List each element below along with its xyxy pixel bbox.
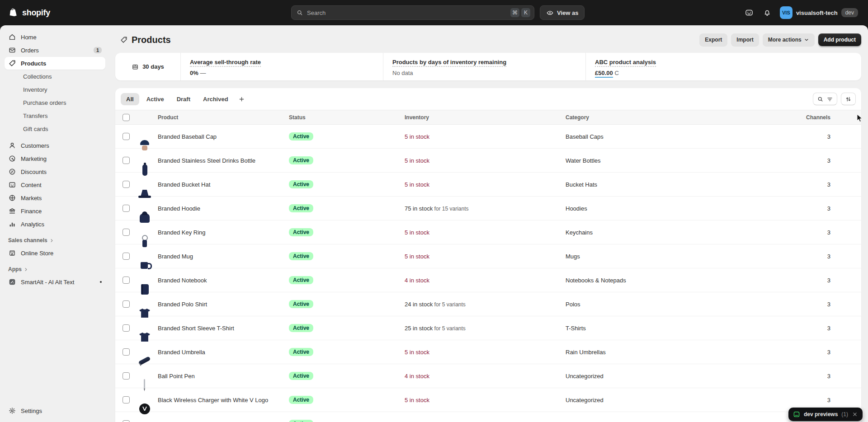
add-view-button[interactable] [236, 93, 248, 105]
channels-count: 3 [801, 373, 861, 380]
sidebar-item-settings[interactable]: Settings [5, 404, 105, 417]
select-all-checkbox[interactable] [123, 114, 130, 121]
sidebar-item-marketing[interactable]: Marketing [5, 152, 105, 165]
table-row[interactable]: Branded Key Ring Active 5 in stock Keych… [115, 220, 861, 244]
table-row[interactable]: Branded Hoodie Active 75 in stock for 15… [115, 197, 861, 220]
search-filter-button[interactable] [813, 93, 837, 105]
product-name[interactable]: Ball Point Pen [158, 373, 289, 380]
sidebar-item-discounts[interactable]: Discounts [5, 165, 105, 178]
sidebar-item-home[interactable]: Home [5, 31, 105, 43]
toast-close-icon[interactable] [852, 411, 858, 417]
row-checkbox[interactable] [123, 205, 130, 212]
row-checkbox[interactable] [123, 253, 130, 260]
account-menu[interactable]: VIS visualsoft-tech dev [778, 5, 862, 21]
table-row[interactable]: Branded Polo Shirt Active 24 in stock fo… [115, 292, 861, 316]
search-input[interactable] [307, 9, 509, 16]
orders-icon [8, 46, 16, 54]
row-checkbox[interactable] [123, 300, 130, 308]
row-checkbox[interactable] [123, 277, 130, 284]
product-name[interactable]: Branded Key Ring [158, 229, 289, 236]
settings-gear-icon [8, 407, 16, 415]
sidebar-item-smartalt-app[interactable]: SmartAlt - AI Alt Text [5, 276, 105, 288]
notifications-bell-icon[interactable] [760, 5, 774, 20]
row-checkbox[interactable] [123, 324, 130, 332]
row-checkbox[interactable] [123, 229, 130, 236]
assistant-chat-icon[interactable] [742, 5, 756, 20]
product-name[interactable]: Branded Short Sleeve T-Shirt [158, 325, 289, 332]
table-row[interactable]: Black Wireless Charger with White V Logo… [115, 388, 861, 412]
sales-channels-section[interactable]: Sales channels [5, 234, 105, 247]
row-checkbox[interactable] [123, 396, 130, 403]
sidebar-item-content[interactable]: Content [5, 178, 105, 191]
product-name[interactable]: Branded Polo Shirt [158, 301, 289, 308]
sidebar-item-inventory[interactable]: Inventory [5, 83, 105, 96]
sidebar-item-analytics[interactable]: Analytics [5, 218, 105, 230]
product-name[interactable]: Branded Mug [158, 253, 289, 260]
product-name[interactable]: Branded Stainless Steel Drinks Bottle [158, 157, 289, 164]
table-row[interactable]: Branded Bucket Hat Active 5 in stock Buc… [115, 173, 861, 197]
product-name[interactable]: Branded Umbrella [158, 349, 289, 356]
inventory-count: 5 in stock [405, 133, 429, 140]
dev-previews-toast[interactable]: dev previews (1) [788, 408, 863, 421]
sidebar-item-finance[interactable]: Finance [5, 205, 105, 217]
col-product[interactable]: Product [158, 114, 289, 121]
product-name[interactable]: Branded Baseball Cap [158, 133, 289, 140]
inventory-count: 5 in stock [405, 349, 429, 356]
channels-count: 3 [801, 277, 861, 284]
tab-all[interactable]: All [121, 93, 139, 105]
sidebar-item-purchase-orders[interactable]: Purchase orders [5, 96, 105, 109]
col-status[interactable]: Status [289, 114, 405, 121]
table-row[interactable]: Ball Point Pen Active 4 in stock Uncateg… [115, 364, 861, 388]
export-button[interactable]: Export [699, 33, 727, 46]
product-category: Keychains [566, 229, 801, 236]
import-button[interactable]: Import [731, 33, 759, 46]
metric-sell-through[interactable]: Average sell-through rate 0% — [181, 53, 383, 80]
more-actions-button[interactable]: More actions [763, 33, 815, 46]
sort-button[interactable] [841, 93, 856, 105]
channels-count: 3 [801, 181, 861, 188]
row-checkbox[interactable] [123, 157, 130, 164]
table-row[interactable]: Branded Baseball Cap Active 5 in stock B… [115, 125, 861, 149]
col-inventory[interactable]: Inventory [405, 114, 566, 121]
row-checkbox[interactable] [123, 420, 130, 422]
chevron-down-icon [804, 37, 809, 42]
col-category[interactable]: Category [566, 114, 801, 121]
inventory-count: 4 in stock [405, 373, 429, 380]
table-row[interactable]: Active [115, 412, 861, 422]
view-as-button[interactable]: View as [540, 5, 585, 20]
shopify-logo[interactable]: shopify [8, 7, 50, 18]
tab-archived[interactable]: Archived [198, 93, 234, 105]
row-checkbox[interactable] [123, 372, 130, 380]
table-row[interactable]: Branded Stainless Steel Drinks Bottle Ac… [115, 149, 861, 173]
date-range-button[interactable]: 30 days [115, 53, 181, 80]
global-search[interactable]: ⌘ K [291, 5, 534, 20]
markets-icon [8, 194, 16, 202]
table-row[interactable]: Branded Short Sleeve T-Shirt Active 25 i… [115, 316, 861, 340]
sidebar-item-orders[interactable]: Orders 1 [5, 44, 105, 56]
tab-active[interactable]: Active [141, 93, 170, 105]
sidebar-item-collections[interactable]: Collections [5, 70, 105, 83]
product-name[interactable]: Branded Bucket Hat [158, 181, 289, 188]
product-name[interactable]: Branded Hoodie [158, 205, 289, 212]
add-product-button[interactable]: Add product [818, 33, 861, 46]
row-checkbox[interactable] [123, 348, 130, 356]
table-row[interactable]: Branded Mug Active 5 in stock Mugs 3 [115, 244, 861, 268]
sidebar-item-transfers[interactable]: Transfers [5, 109, 105, 122]
col-channels[interactable]: Channels [801, 114, 861, 121]
sidebar-item-markets[interactable]: Markets [5, 192, 105, 204]
tab-draft[interactable]: Draft [171, 93, 196, 105]
sidebar-item-customers[interactable]: Customers [5, 139, 105, 152]
table-row[interactable]: Branded Notebook Active 4 in stock Noteb… [115, 268, 861, 292]
apps-section[interactable]: Apps [5, 263, 105, 276]
sidebar-item-products[interactable]: Products [5, 57, 105, 70]
row-checkbox[interactable] [123, 181, 130, 188]
product-name[interactable]: Black Wireless Charger with White V Logo [158, 397, 289, 403]
sidebar-item-gift-cards[interactable]: Gift cards [5, 122, 105, 135]
sidebar-item-online-store[interactable]: Online Store [5, 247, 105, 259]
metric-abc-analysis[interactable]: ABC product analysis £50.00 C [586, 53, 861, 80]
status-badge: Active [289, 396, 313, 404]
table-row[interactable]: Branded Umbrella Active 5 in stock Rain … [115, 340, 861, 364]
metric-days-of-inventory[interactable]: Products by days of inventory remaining … [383, 53, 586, 80]
product-name[interactable]: Branded Notebook [158, 277, 289, 284]
row-checkbox[interactable] [123, 133, 130, 140]
